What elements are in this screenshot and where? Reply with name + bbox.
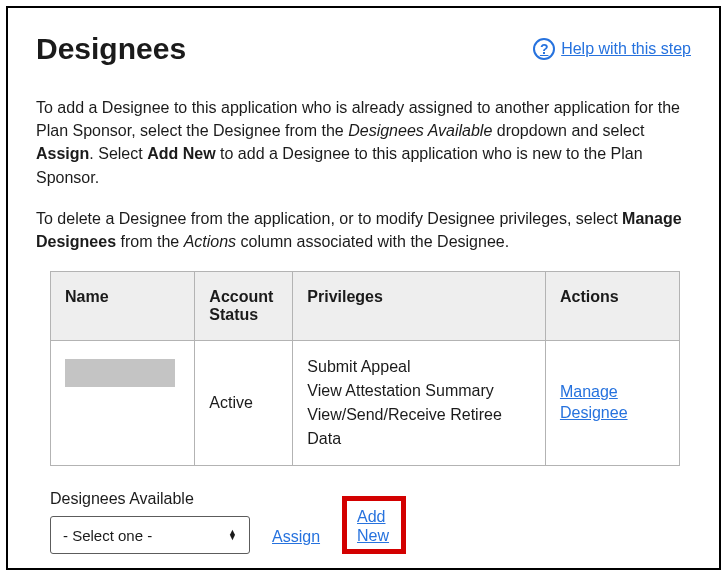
- help-link[interactable]: ? Help with this step: [533, 38, 691, 60]
- col-header-privileges: Privileges: [293, 272, 546, 341]
- designees-available-label: Designees Available: [50, 490, 250, 508]
- updown-arrows-icon: ▲▼: [228, 530, 237, 540]
- help-link-label: Help with this step: [561, 40, 691, 58]
- cell-name: [51, 341, 195, 466]
- col-header-status: Account Status: [195, 272, 293, 341]
- footer-controls: Designees Available - Select one - ▲▼ As…: [50, 490, 691, 554]
- assign-link[interactable]: Assign: [272, 528, 320, 554]
- select-value: - Select one -: [63, 527, 152, 544]
- redacted-name-block: [65, 359, 175, 387]
- question-circle-icon: ?: [533, 38, 555, 60]
- cell-privileges: Submit Appeal View Attestation Summary V…: [293, 341, 546, 466]
- cell-status: Active: [195, 341, 293, 466]
- privilege-line: View/Send/Receive Retiree Data: [307, 403, 531, 451]
- col-header-actions: Actions: [545, 272, 679, 341]
- designees-table-wrap: Name Account Status Privileges Actions A…: [50, 271, 691, 466]
- designees-table: Name Account Status Privileges Actions A…: [50, 271, 680, 466]
- col-header-name: Name: [51, 272, 195, 341]
- designees-panel: Designees ? Help with this step To add a…: [6, 6, 721, 570]
- cell-actions: Manage Designee: [545, 341, 679, 466]
- add-new-link[interactable]: Add New: [357, 507, 391, 545]
- page-title: Designees: [36, 32, 186, 66]
- table-header-row: Name Account Status Privileges Actions: [51, 272, 680, 341]
- instructions-paragraph-1: To add a Designee to this application wh…: [36, 96, 691, 189]
- designees-available-group: Designees Available - Select one - ▲▼: [50, 490, 250, 554]
- privilege-line: Submit Appeal: [307, 355, 531, 379]
- add-new-highlight-box: Add New: [342, 496, 406, 554]
- table-row: Active Submit Appeal View Attestation Su…: [51, 341, 680, 466]
- manage-designee-link[interactable]: Manage Designee: [560, 382, 665, 424]
- privilege-line: View Attestation Summary: [307, 379, 531, 403]
- instructions-paragraph-2: To delete a Designee from the applicatio…: [36, 207, 691, 253]
- designees-available-select[interactable]: - Select one - ▲▼: [50, 516, 250, 554]
- header-row: Designees ? Help with this step: [36, 32, 691, 66]
